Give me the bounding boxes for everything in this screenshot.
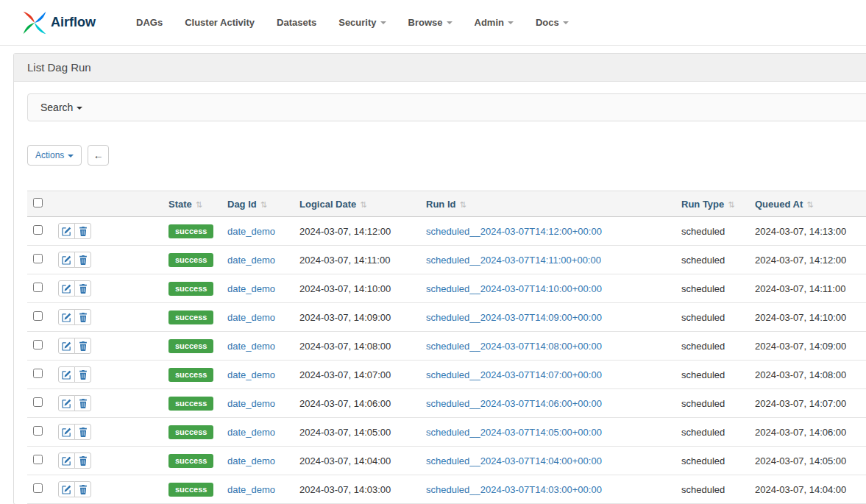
- run-id-link[interactable]: scheduled__2024-03-07T14:07:00+00:00: [426, 369, 602, 380]
- dag-id-link[interactable]: date_demo: [227, 312, 275, 323]
- row-checkbox[interactable]: [33, 455, 43, 464]
- nav-item-docs[interactable]: Docs: [525, 0, 580, 46]
- delete-row-button[interactable]: [74, 481, 91, 497]
- dag-id-link[interactable]: date_demo: [227, 283, 275, 294]
- run-id-link[interactable]: scheduled__2024-03-07T14:12:00+00:00: [426, 226, 602, 237]
- run-id-link[interactable]: scheduled__2024-03-07T14:11:00+00:00: [426, 255, 601, 266]
- row-checkbox[interactable]: [33, 225, 43, 235]
- edit-row-button[interactable]: [58, 481, 75, 497]
- dag-id-link[interactable]: date_demo: [227, 255, 275, 266]
- edit-row-button[interactable]: [58, 452, 75, 469]
- edit-row-button[interactable]: [58, 338, 75, 354]
- column-header-queued-at[interactable]: Queued At⇅: [749, 191, 866, 217]
- run-id-link[interactable]: scheduled__2024-03-07T14:09:00+00:00: [426, 312, 602, 323]
- delete-row-button[interactable]: [74, 280, 91, 297]
- delete-row-button[interactable]: [74, 309, 91, 325]
- column-header-run-type[interactable]: Run Type⇅: [675, 191, 749, 217]
- table-row: success date_demo 2024-03-07, 14:12:00 s…: [27, 217, 866, 246]
- select-all-checkbox[interactable]: [33, 198, 43, 207]
- actions-column-header: [52, 191, 163, 217]
- row-actions: [58, 309, 91, 325]
- delete-row-button[interactable]: [74, 338, 91, 354]
- state-badge: success: [168, 253, 213, 267]
- trash-icon: [79, 427, 88, 437]
- table-header-row: State⇅Dag Id⇅Logical Date⇅Run Id⇅Run Typ…: [27, 191, 866, 217]
- row-actions: [58, 424, 91, 440]
- logical-date: 2024-03-07, 14:05:00: [299, 427, 391, 438]
- column-header-logical-date[interactable]: Logical Date⇅: [294, 191, 420, 217]
- run-id-link[interactable]: scheduled__2024-03-07T14:05:00+00:00: [426, 427, 602, 438]
- sort-icon: ⇅: [806, 200, 813, 209]
- delete-row-button[interactable]: [74, 366, 91, 383]
- delete-row-button[interactable]: [74, 252, 91, 268]
- column-header-dag-id[interactable]: Dag Id⇅: [221, 191, 294, 217]
- sort-icon: ⇅: [459, 200, 466, 209]
- airflow-brand[interactable]: Airflow: [22, 10, 96, 35]
- queued-at: 2024-03-07, 14:08:00: [755, 369, 846, 380]
- edit-row-button[interactable]: [58, 395, 75, 411]
- dag-id-link[interactable]: date_demo: [227, 226, 275, 237]
- trash-icon: [79, 485, 88, 494]
- edit-row-button[interactable]: [58, 223, 75, 239]
- nav-item-security[interactable]: Security: [327, 0, 397, 46]
- dag-id-link[interactable]: date_demo: [227, 341, 275, 352]
- page-title-bar: List Dag Run: [14, 54, 866, 82]
- dag-id-link[interactable]: date_demo: [227, 369, 275, 380]
- logical-date: 2024-03-07, 14:10:00: [299, 283, 391, 294]
- search-label: Search: [40, 102, 73, 113]
- table-row: success date_demo 2024-03-07, 14:09:00 s…: [27, 303, 866, 332]
- nav-item-cluster-activity[interactable]: Cluster Activity: [174, 0, 266, 46]
- delete-row-button[interactable]: [74, 424, 91, 440]
- trash-icon: [79, 255, 88, 265]
- state-badge: success: [168, 368, 213, 382]
- logical-date: 2024-03-07, 14:06:00: [299, 398, 391, 409]
- delete-row-button[interactable]: [74, 395, 91, 411]
- edit-row-button[interactable]: [58, 280, 75, 297]
- dag-id-link[interactable]: date_demo: [227, 455, 275, 466]
- run-id-link[interactable]: scheduled__2024-03-07T14:06:00+00:00: [426, 398, 602, 409]
- panel-body: Search Actions ← State⇅Dag Id⇅Logical D: [14, 82, 866, 504]
- back-button[interactable]: ←: [88, 145, 109, 166]
- delete-row-button[interactable]: [74, 223, 91, 239]
- row-actions: [58, 252, 91, 268]
- table-row: success date_demo 2024-03-07, 14:06:00 s…: [27, 389, 866, 418]
- row-checkbox[interactable]: [33, 283, 43, 292]
- dag-id-link[interactable]: date_demo: [227, 484, 275, 495]
- run-id-link[interactable]: scheduled__2024-03-07T14:10:00+00:00: [426, 283, 602, 294]
- row-checkbox[interactable]: [33, 340, 43, 349]
- trash-icon: [79, 370, 88, 380]
- edit-row-button[interactable]: [58, 366, 75, 383]
- table-row: success date_demo 2024-03-07, 14:08:00 s…: [27, 332, 866, 361]
- column-header-run-id[interactable]: Run Id⇅: [420, 191, 675, 217]
- dag-id-link[interactable]: date_demo: [227, 398, 275, 409]
- nav-item-browse[interactable]: Browse: [397, 0, 464, 46]
- nav-item-admin[interactable]: Admin: [464, 0, 525, 46]
- search-panel-toggle[interactable]: Search: [27, 93, 866, 121]
- row-checkbox[interactable]: [33, 311, 43, 321]
- column-header-state[interactable]: State⇅: [163, 191, 221, 217]
- run-id-link[interactable]: scheduled__2024-03-07T14:04:00+00:00: [426, 455, 602, 466]
- nav-item-dags[interactable]: DAGs: [125, 0, 174, 46]
- nav-item-label: DAGs: [136, 17, 163, 28]
- run-id-link[interactable]: scheduled__2024-03-07T14:03:00+00:00: [426, 484, 602, 495]
- delete-row-button[interactable]: [74, 452, 91, 469]
- run-id-link[interactable]: scheduled__2024-03-07T14:08:00+00:00: [426, 341, 602, 352]
- row-checkbox[interactable]: [33, 369, 43, 378]
- edit-row-button[interactable]: [58, 424, 75, 440]
- dag-id-link[interactable]: date_demo: [227, 427, 275, 438]
- edit-row-button[interactable]: [58, 309, 75, 325]
- edit-icon: [62, 485, 71, 494]
- nav-item-label: Docs: [536, 17, 559, 28]
- row-checkbox[interactable]: [33, 254, 43, 263]
- state-badge: success: [168, 425, 213, 439]
- edit-icon: [62, 255, 71, 265]
- dag-run-table-container: State⇅Dag Id⇅Logical Date⇅Run Id⇅Run Typ…: [27, 191, 866, 504]
- edit-row-button[interactable]: [58, 252, 75, 268]
- row-checkbox[interactable]: [33, 483, 43, 493]
- nav-item-datasets[interactable]: Datasets: [266, 0, 327, 46]
- row-actions: [58, 223, 91, 239]
- logical-date: 2024-03-07, 14:07:00: [299, 369, 391, 380]
- row-checkbox[interactable]: [33, 397, 43, 407]
- row-checkbox[interactable]: [33, 426, 43, 436]
- actions-button[interactable]: Actions: [27, 145, 82, 166]
